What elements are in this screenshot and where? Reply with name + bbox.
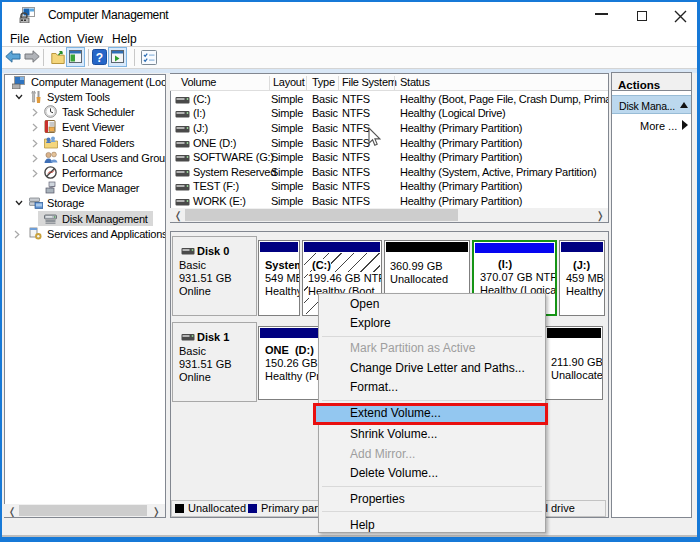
svg-text:?: ? [96,51,103,65]
